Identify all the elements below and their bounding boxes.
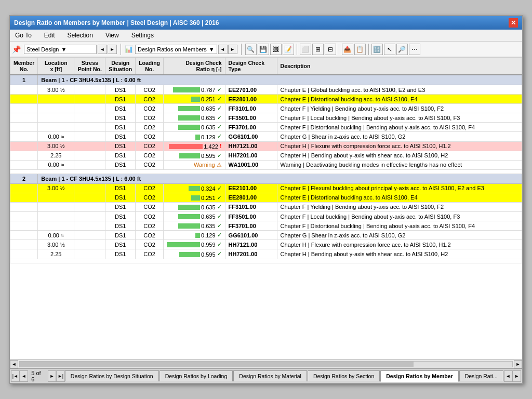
cell-location — [38, 104, 74, 113]
cell-description: Chapter E | Global buckling acc. to AISI… — [277, 85, 522, 95]
menu-settings[interactable]: Settings — [128, 31, 157, 40]
layout-button[interactable]: ⊟ — [325, 44, 336, 55]
close-button[interactable]: ✕ — [509, 18, 518, 28]
tab-first-button[interactable]: |◄ — [11, 370, 20, 382]
ratio-value: 0.251 — [201, 195, 216, 201]
tab-material[interactable]: Design Ratios by Material — [233, 370, 307, 381]
table-container[interactable]: MemberNo. Locationx [ft] StressPoint No.… — [10, 57, 522, 359]
tab-design-rati[interactable]: Design Rati... — [459, 370, 503, 381]
cell-loading: CO2 — [136, 249, 164, 259]
right-nav-prev[interactable]: ◄ — [218, 45, 228, 54]
status-icon: ✓ — [216, 152, 222, 158]
tab-section[interactable]: Design Ratios by Section — [308, 370, 380, 381]
cell-stress — [74, 95, 105, 104]
cell-design: DS1 — [105, 231, 136, 240]
table-row: 0.00 ≈DS1CO20.129 ✓GG6101.00Chapter G | … — [10, 132, 522, 141]
table-body: 1Beam | 1 - CF 3HU4.5x135 | L : 6.00 ft3… — [10, 75, 522, 263]
cell-member — [10, 221, 38, 231]
ratio-value: 1.422 — [204, 143, 218, 150]
menu-selection[interactable]: Selection — [64, 31, 96, 40]
window-title: Design Ratio on Members by Member | Stee… — [14, 19, 219, 26]
cell-description: Chapter F | Yielding | Bending about y-a… — [277, 202, 522, 211]
ratio-value: 0.635 — [201, 105, 216, 112]
toolbar-separator-2 — [241, 44, 242, 55]
tile-button[interactable]: ⊞ — [312, 44, 324, 55]
table-header-row: MemberNo. Locationx [ft] StressPoint No.… — [10, 58, 522, 75]
tab-next-button[interactable]: ► — [48, 370, 57, 382]
cell-member — [10, 141, 38, 151]
spacer-row — [10, 169, 522, 174]
tab-design-situation[interactable]: Design Ratios by Design Situation — [65, 370, 159, 381]
ratio-cell: 0.635 ✓ — [164, 123, 225, 132]
menu-view[interactable]: View — [102, 31, 122, 40]
tab-member[interactable]: Design Ratios by Member — [380, 370, 458, 382]
cursor-button[interactable]: ↖ — [384, 44, 395, 55]
table-row: 3.00 ½DS1CO20.324 ✓EE2101.00Chapter E | … — [10, 183, 522, 193]
excel-button[interactable]: 📋 — [354, 44, 366, 55]
status-icon: ✓ — [216, 213, 222, 219]
cell-check-type: FF3501.00 — [225, 113, 277, 123]
save-button[interactable]: 💾 — [258, 44, 269, 55]
cell-stress — [74, 132, 105, 141]
cell-check-type: FF3101.00 — [225, 202, 277, 211]
left-dropdown[interactable]: Steel Design ▼ — [24, 45, 97, 54]
toolbar-left: 📌 Steel Design ▼ ◄ ► — [12, 45, 117, 54]
cell-description: Chapter F | Local buckling | Bending abo… — [277, 212, 522, 221]
cell-description: Chapter H | Bending about y-axis with sh… — [277, 249, 522, 259]
ratio-value: 0.129 — [201, 232, 216, 238]
cell-stress — [74, 104, 105, 113]
ratio-value: 0.324 — [201, 185, 216, 192]
col-header-location: Locationx [ft] — [38, 58, 74, 75]
ratio-cell: 0.635 ✓ — [164, 202, 225, 211]
right-dropdown[interactable]: Design Ratios on Members ▼ — [135, 45, 217, 54]
search-button[interactable]: 🔍 — [245, 44, 257, 55]
export-button[interactable]: 📤 — [342, 44, 353, 55]
cell-design: DS1 — [105, 193, 136, 202]
cell-description: Chapter F | Local buckling | Bending abo… — [277, 113, 522, 123]
cell-location: 3.00 ½ — [38, 85, 74, 95]
more-button[interactable]: ⋯ — [409, 44, 420, 55]
menu-goto[interactable]: Go To — [12, 31, 35, 40]
cell-member — [10, 132, 38, 141]
horizontal-scrollbar[interactable]: ◄ ► — [10, 359, 522, 368]
tab-nav-btn-2[interactable]: ► — [512, 370, 521, 382]
ratio-cell: 0.251 ✓ — [164, 95, 225, 104]
cell-design: DS1 — [105, 113, 136, 123]
ratio-value: 0.635 — [201, 124, 216, 130]
table-row: DS1CO20.635 ✓FF3501.00Chapter F | Local … — [10, 113, 522, 123]
left-nav-next[interactable]: ► — [108, 45, 117, 54]
image-button[interactable]: 🖼 — [270, 44, 282, 55]
cell-member — [10, 193, 38, 202]
ratio-bar — [189, 186, 200, 191]
tab-prev-button[interactable]: ◄ — [20, 370, 29, 382]
ratio-bar — [178, 106, 200, 111]
right-nav-next[interactable]: ► — [228, 45, 237, 54]
text-button[interactable]: 📝 — [283, 44, 294, 55]
cell-stress — [74, 231, 105, 240]
cell-location — [38, 113, 74, 123]
title-bar: Design Ratio on Members by Member | Stee… — [10, 16, 522, 30]
cell-check-type: FF3701.00 — [225, 221, 277, 231]
ratio-cell: 0.595 ✓ — [164, 151, 225, 160]
cell-location: 3.00 ½ — [38, 141, 74, 151]
tab-nav-btn-1[interactable]: ◄ — [504, 370, 513, 382]
cell-design: DS1 — [105, 104, 136, 113]
scroll-track[interactable] — [19, 361, 513, 367]
scroll-right-button[interactable]: ► — [514, 360, 522, 368]
col-header-loading: LoadingNo. — [136, 58, 164, 75]
tab-last-button[interactable]: ►| — [56, 370, 65, 382]
cell-check-type: HH7121.00 — [225, 240, 277, 249]
cell-description: Chapter E | Flexural buckling about prin… — [277, 183, 522, 193]
cell-location — [38, 202, 74, 211]
cell-location — [38, 95, 74, 104]
scroll-left-button[interactable]: ◄ — [10, 360, 18, 368]
zoom-button[interactable]: 🔎 — [396, 44, 408, 55]
tab-loading[interactable]: Design Ratios by Loading — [159, 370, 233, 381]
left-nav-prev[interactable]: ◄ — [98, 45, 107, 54]
table-row: DS1CO20.635 ✓FF3701.00Chapter F | Distor… — [10, 221, 522, 231]
cell-description: Chapter H | Flexure with compression for… — [277, 240, 522, 249]
filter-button[interactable]: 🔢 — [371, 44, 383, 55]
window-button[interactable]: ⬜ — [300, 44, 311, 55]
ratio-cell: 0.595 ✓ — [164, 249, 225, 259]
menu-edit[interactable]: Edit — [41, 31, 58, 40]
